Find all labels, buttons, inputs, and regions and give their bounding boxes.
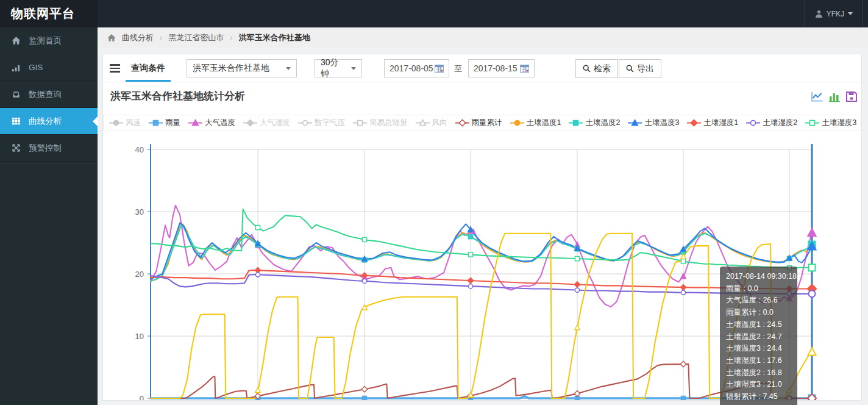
- legend-label: 土壤温度1: [527, 118, 561, 128]
- sidebar-item-monitor-home[interactable]: 监测首页: [0, 27, 98, 54]
- bar-chart-icon[interactable]: [828, 91, 841, 102]
- diamond-marker-icon: [455, 119, 469, 127]
- home-icon: [12, 36, 21, 45]
- legend-label: 土壤湿度2: [763, 118, 797, 128]
- sidebar-item-label: 预警控制: [29, 143, 62, 154]
- sidebar-item-data-query[interactable]: 数据查询: [0, 81, 98, 108]
- circle-marker-icon: [746, 119, 760, 127]
- legend-item[interactable]: 大气湿度: [243, 118, 290, 128]
- calendar-icon: [435, 64, 444, 73]
- station-select[interactable]: 洪军玉米合作社基地: [187, 59, 297, 77]
- date-from-input[interactable]: 2017-08-05: [384, 59, 449, 77]
- breadcrumb-separator: ›: [160, 33, 162, 42]
- chart-canvas[interactable]: 010203040: [103, 141, 861, 400]
- diamond-marker-icon: [243, 119, 257, 127]
- breadcrumb-item[interactable]: 黑龙江省密山市: [168, 32, 224, 43]
- legend-item[interactable]: 雨量累计: [455, 118, 502, 128]
- arrows-icon: [12, 143, 21, 152]
- triangle-marker-icon: [628, 119, 642, 127]
- legend-item[interactable]: 土壤温度1: [510, 118, 561, 128]
- sidebar-item-gis[interactable]: GIS: [0, 54, 98, 81]
- series-line-辐射累计: [151, 234, 812, 398]
- chart-region: 010203040: [103, 141, 861, 400]
- legend-item[interactable]: 土壤温度2: [569, 118, 620, 128]
- iot-platform-page: { "header": { "app_title": "物联网平台", "use…: [0, 0, 868, 405]
- station-select-value: 洪军玉米合作社基地: [193, 63, 269, 74]
- hamburger-menu-icon[interactable]: [110, 64, 120, 74]
- legend-label: 数字气压: [315, 118, 345, 128]
- legend-label: 土壤温度2: [585, 118, 620, 128]
- triangle-marker-icon: [416, 119, 430, 127]
- save-image-icon[interactable]: [845, 91, 858, 102]
- export-button-label: 导出: [637, 63, 654, 74]
- breadcrumb-current: 洪军玉米合作社基地: [239, 32, 310, 43]
- chevron-down-icon: [351, 67, 356, 70]
- search-icon: [626, 65, 634, 73]
- sidebar-item-alert-control[interactable]: 预警控制: [0, 135, 98, 162]
- y-axis-tick-label: 20: [135, 270, 144, 279]
- date-to-input[interactable]: 2017-08-15: [468, 59, 535, 77]
- legend-label: 风向: [432, 118, 447, 128]
- triangle-marker-icon: [188, 119, 202, 127]
- series-end-marker-土壤湿度3: [809, 264, 816, 271]
- date-from-value: 2017-08-05: [390, 63, 433, 73]
- app-logo: 物联网平台: [0, 0, 98, 27]
- y-axis-tick-label: 10: [135, 332, 144, 341]
- sidebar-item-label: 曲线分析: [29, 116, 62, 127]
- square-marker-icon: [149, 119, 163, 127]
- grid-icon: [12, 116, 21, 126]
- sidebar-item-label: GIS: [29, 63, 43, 72]
- square-marker-icon: [353, 119, 367, 127]
- home-icon: [107, 34, 116, 42]
- inbox-icon: [12, 90, 21, 99]
- legend-item[interactable]: 土壤湿度3: [805, 118, 856, 128]
- legend-label: 大气湿度: [260, 118, 290, 128]
- page-title: 洪军玉米合作社基地统计分析: [110, 89, 245, 103]
- interval-select-value: 30分钟: [321, 57, 346, 79]
- series-line-土壤湿度2: [151, 274, 812, 294]
- active-item-arrow: [93, 116, 98, 126]
- circle-marker-icon: [510, 119, 524, 127]
- breadcrumb: 曲线分析 › 黑龙江省密山市 › 洪军玉米合作社基地: [98, 27, 868, 48]
- legend-label: 雨量累计: [472, 118, 502, 128]
- legend-label: 大气温度: [205, 118, 235, 128]
- legend-item[interactable]: 简易总辐射: [353, 118, 408, 128]
- user-icon: [815, 10, 823, 18]
- content-card: 查询条件 洪军玉米合作社基地 30分钟 2017-08-05 至 2017-08…: [102, 54, 862, 401]
- calendar-icon: [520, 64, 529, 73]
- signal-icon: [12, 63, 21, 72]
- tab-query-conditions[interactable]: 查询条件: [126, 54, 171, 82]
- export-button[interactable]: 导出: [619, 59, 661, 78]
- series-end-marker-大气温度: [808, 229, 816, 236]
- sidebar-item-curve-analysis[interactable]: 曲线分析: [0, 108, 98, 135]
- chevron-down-icon: [848, 12, 853, 15]
- app-header: 物联网平台 YFKJ: [0, 0, 868, 27]
- legend-item[interactable]: 土壤湿度2: [746, 118, 797, 128]
- legend-item[interactable]: 风速: [109, 118, 141, 128]
- legend-label: 土壤温度3: [644, 118, 679, 128]
- circle-marker-icon: [298, 119, 312, 127]
- legend-item[interactable]: 土壤湿度1: [687, 118, 738, 128]
- series-line-雨量累计: [151, 364, 812, 398]
- legend-item[interactable]: 数字气压: [298, 118, 345, 128]
- date-range-separator: 至: [454, 63, 462, 74]
- series-end-marker-辐射累计: [808, 348, 816, 355]
- user-menu[interactable]: YFKJ: [805, 0, 863, 27]
- line-chart-icon[interactable]: [811, 91, 824, 102]
- legend-item[interactable]: 大气温度: [188, 118, 235, 128]
- legend-label: 风速: [126, 118, 141, 128]
- y-axis-tick-label: 0: [140, 394, 144, 401]
- sidebar-item-label: 数据查询: [29, 89, 62, 100]
- legend-item[interactable]: 雨量: [149, 118, 180, 128]
- breadcrumb-item[interactable]: 曲线分析: [122, 32, 154, 43]
- interval-select[interactable]: 30分钟: [315, 59, 362, 77]
- search-button[interactable]: 检索: [575, 59, 618, 78]
- legend-item[interactable]: 风向: [416, 118, 447, 128]
- search-button-label: 检索: [594, 63, 611, 74]
- legend-label: 雨量: [165, 118, 180, 128]
- date-to-value: 2017-08-15: [474, 63, 518, 73]
- sidebar: 监测首页 GIS 数据查询 曲线分析 预警控制: [0, 27, 98, 405]
- legend-item[interactable]: 土壤温度3: [628, 118, 679, 128]
- user-name: YFKJ: [827, 10, 844, 18]
- chevron-down-icon: [286, 67, 291, 70]
